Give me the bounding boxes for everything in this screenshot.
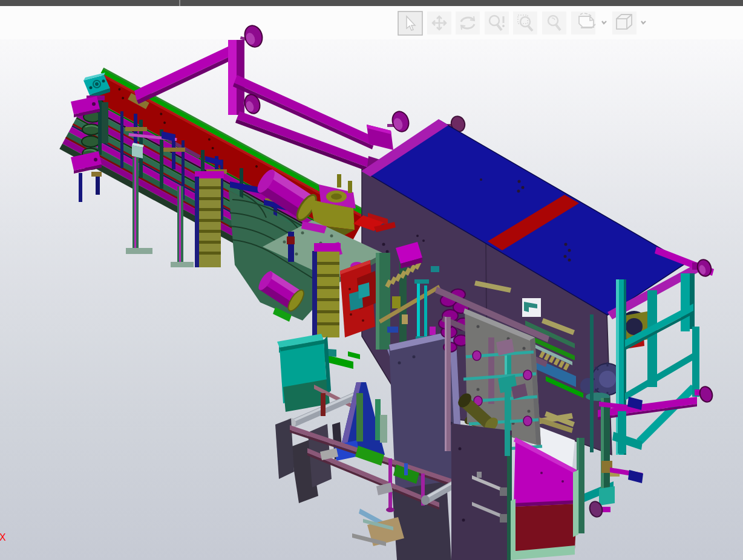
svg-text:X: X xyxy=(0,532,6,542)
